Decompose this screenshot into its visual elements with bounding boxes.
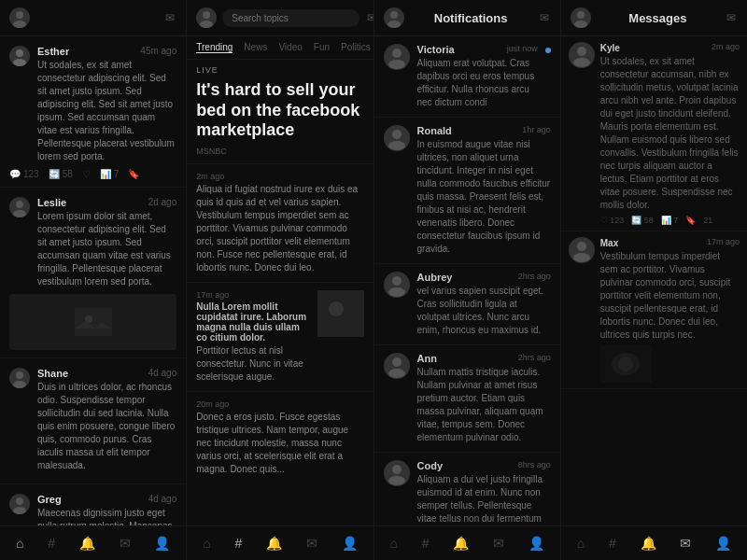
list-item: Kyle 2m ago Ut sodales, ex sit amet cons… [561, 36, 747, 231]
views-icon: 📊 [100, 169, 111, 179]
nav-search-icon[interactable]: # [44, 534, 59, 553]
msg-username[interactable]: Max [600, 238, 618, 248]
nav-search-icon[interactable]: # [418, 534, 433, 553]
avatar [569, 237, 595, 263]
repost-count: 58 [63, 169, 73, 179]
nav-messages-icon[interactable]: ✉ [116, 534, 134, 553]
nav-home-icon[interactable]: ⌂ [12, 534, 27, 553]
post-time: 17m ago [196, 290, 311, 300]
msg-username[interactable]: Kyle [600, 43, 620, 53]
list-item: Greg 4d ago Maecenas dignissim justo ege… [0, 484, 186, 525]
list-item: Leslie 2d ago Lorem ipsum dolor sit amet… [0, 188, 186, 358]
like-icon[interactable]: ♡ 123 [600, 216, 625, 225]
nav-notifications-icon[interactable]: 🔔 [76, 534, 99, 553]
svg-point-23 [388, 287, 405, 297]
nav-notifications-icon[interactable]: 🔔 [637, 534, 660, 553]
nav-profile-icon[interactable]: 👤 [525, 534, 548, 553]
user-avatar [571, 7, 591, 28]
compose-icon[interactable]: ✉ [538, 9, 551, 26]
feed-actions: 💬 123 🔄 58 ♡ 📊 7 🔖 [9, 169, 176, 179]
tab-politics[interactable]: Politics [341, 42, 371, 53]
notif-username[interactable]: Victoria [417, 44, 455, 55]
feed-header: ✉ [0, 0, 186, 36]
feed-username[interactable]: Leslie [37, 197, 66, 208]
nav-profile-icon[interactable]: 👤 [150, 534, 174, 553]
svg-point-8 [16, 371, 23, 379]
avatar [9, 197, 30, 217]
notif-username[interactable]: Cody [417, 460, 444, 471]
notif-text: In euismod augue vitae nisi ultrices, no… [417, 138, 551, 256]
tab-video[interactable]: Video [278, 42, 302, 53]
nav-search-icon[interactable]: # [231, 534, 246, 553]
list-item: Shane 4d ago Duis in ultrices dolor, ac … [0, 358, 186, 484]
svg-point-34 [577, 242, 586, 251]
compose-icon[interactable]: ✉ [163, 9, 176, 26]
repost-icon[interactable]: 🔄 58 [631, 216, 654, 225]
nav-search-icon[interactable]: # [605, 534, 620, 553]
bottom-nav: ⌂ # 🔔 ✉ 👤 [187, 525, 373, 560]
nav-home-icon[interactable]: ⌂ [573, 534, 588, 553]
svg-point-12 [203, 11, 210, 19]
notif-username[interactable]: Aubrey [417, 272, 453, 283]
notif-username[interactable]: Ronald [417, 125, 452, 136]
notif-text: Aliquam erat volutpat. Cras dapibus orci… [417, 57, 538, 109]
panel-title: Notifications [410, 11, 532, 25]
svg-point-35 [573, 253, 590, 262]
feed-text: Duis in ultrices dolor, ac rhoncus odio.… [37, 381, 176, 472]
list-item: Ronald 1hr ago In euismod augue vitae ni… [374, 118, 560, 264]
compose-icon[interactable]: ✉ [725, 9, 738, 26]
nav-profile-icon[interactable]: 👤 [712, 534, 735, 553]
svg-point-33 [573, 58, 590, 67]
user-avatar[interactable] [9, 7, 30, 28]
nav-notifications-icon[interactable]: 🔔 [262, 534, 286, 553]
avatar [384, 125, 410, 151]
tab-news[interactable]: News [244, 42, 267, 53]
repost-action[interactable]: 🔄 58 [49, 169, 73, 179]
svg-point-32 [577, 47, 586, 56]
heart-icon: ♡ [82, 169, 91, 179]
avatar [384, 460, 410, 486]
like-action[interactable]: ♡ [82, 169, 91, 179]
post-text: Donec a eros justo. Fusce egestas tristi… [196, 411, 363, 476]
compose-icon[interactable]: ✉ [365, 9, 374, 26]
notif-time: 2hrs ago [518, 272, 551, 281]
nav-home-icon[interactable]: ⌂ [199, 534, 214, 553]
svg-point-9 [13, 381, 26, 388]
nav-notifications-icon[interactable]: 🔔 [449, 534, 472, 553]
avatar [384, 353, 410, 379]
tab-trending[interactable]: Trending [196, 42, 233, 53]
bottom-nav: ⌂ # 🔔 ✉ 👤 [0, 525, 186, 560]
nav-messages-icon[interactable]: ✉ [303, 534, 321, 553]
nav-messages-icon[interactable]: ✉ [676, 534, 695, 553]
feed-username[interactable]: Shane [37, 368, 68, 379]
svg-point-24 [392, 357, 402, 367]
feed-text: Maecenas dignissim justo eget nulla rutr… [37, 507, 176, 525]
tab-fun[interactable]: Fun [314, 42, 330, 53]
feed-username[interactable]: Esther [37, 46, 69, 57]
nav-home-icon[interactable]: ⌂ [386, 534, 401, 553]
feed-username[interactable]: Greg [37, 494, 62, 505]
user-avatar [384, 7, 404, 28]
messages-content: Kyle 2m ago Ut sodales, ex sit amet cons… [561, 36, 747, 525]
notifications-header: Notifications ✉ [374, 0, 560, 36]
panel-messages: Messages ✉ Kyle 2m ago Ut sodales, ex si… [561, 0, 747, 560]
nav-messages-icon[interactable]: ✉ [489, 534, 508, 553]
search-input[interactable] [222, 9, 359, 27]
headline-text: It's hard to sell your bed on the facebo… [196, 80, 363, 141]
comment-icon: 💬 [9, 169, 21, 179]
notif-time: 8hrs ago [518, 460, 551, 469]
notif-username[interactable]: Ann [417, 353, 437, 364]
list-item: Victoria just now Aliquam erat volutpat.… [374, 36, 560, 118]
avatar [9, 46, 30, 66]
svg-point-3 [13, 59, 26, 66]
post-subtext: Porttitor lectus at nisl consectetur. Nu… [196, 344, 311, 384]
svg-point-10 [16, 497, 23, 505]
feed-time: 45m ago [140, 46, 176, 56]
comment-action[interactable]: 💬 123 [9, 169, 39, 179]
list-item: 17m ago Nulla Lorem mollit cupidatat iru… [187, 282, 373, 391]
bookmark-action[interactable]: 🔖 [128, 169, 139, 179]
views-icon[interactable]: 📊 7 [661, 216, 679, 225]
nav-profile-icon[interactable]: 👤 [338, 534, 361, 553]
svg-point-18 [392, 49, 402, 58]
bookmark-icon[interactable]: 🔖 [685, 216, 696, 225]
